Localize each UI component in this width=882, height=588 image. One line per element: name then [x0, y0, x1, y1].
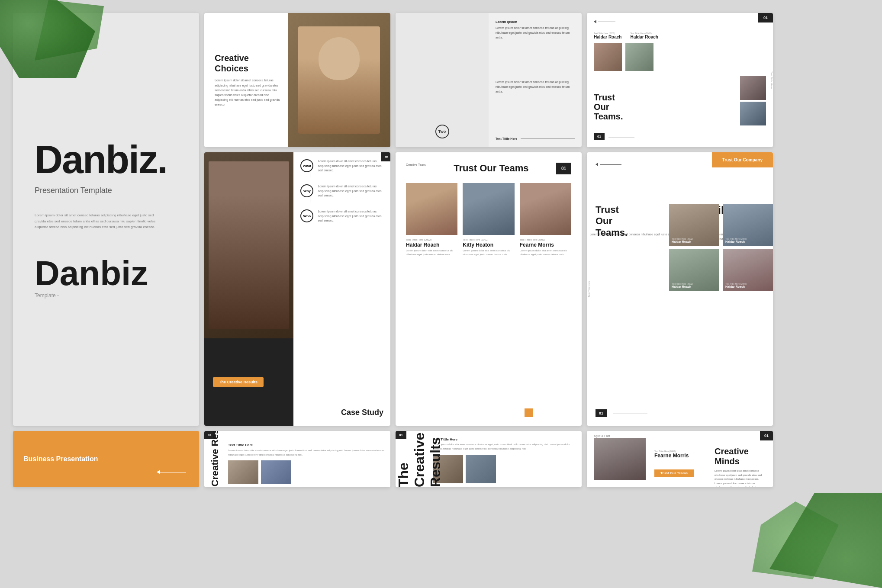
name-item-2: Text Tittle Here (2002) Haldar Roach — [630, 32, 658, 39]
member-desc-2: Lorem ipsum dolor sita amet conseca olo … — [463, 249, 514, 257]
arrow-left-small — [594, 20, 596, 23]
cr-slide-body: Lorem ipsum dolor sita amet conseca nibu… — [433, 443, 575, 451]
creative-choices-content: Creative Choices Lorem ipsum dolor sit a… — [215, 53, 284, 107]
arrow-line-decoration — [160, 472, 186, 472]
oc-h-line — [613, 414, 647, 414]
why-text: Lorem ipsum dolor sit amet conseca tetur… — [318, 184, 383, 198]
cr-photos-row — [228, 460, 385, 484]
trust-our-company-button[interactable]: Trust Our Company — [712, 152, 773, 167]
what-text: Lorem ipsum dolor sit amet conseca tetur… — [318, 159, 383, 173]
cr-photo-1 — [228, 460, 258, 484]
wwq-list: What Lorem ipsum dolor sit amet conseca … — [300, 159, 383, 223]
text-tittle-label: Text Tittle Here — [496, 137, 517, 140]
team-cell-2: Text Tittle Here (2002) Haldar Roach — [723, 204, 773, 246]
member-sub-3: Text Tittle Here (2002) — [520, 238, 571, 241]
two-text-block-1: Lorem ipsum Lorem ipsum dolor sit amet c… — [496, 20, 575, 40]
cm-member-name: Fearne Morris — [654, 453, 689, 459]
trust-teams-title: Trust Our Teams. — [596, 204, 628, 238]
oc-line — [600, 164, 621, 165]
what-why-who-section: What Lorem ipsum dolor sit amet conseca … — [293, 152, 390, 426]
horizontal-line — [537, 413, 571, 413]
col4-badge: 01 — [758, 13, 773, 22]
member-sub-1: Text Tittle Here (2002) — [406, 238, 457, 241]
brand-subtitle: Presentation Template — [35, 186, 112, 195]
cm-badge: 01 — [760, 431, 773, 440]
lorem-label-1: Lorem ipsum — [496, 20, 575, 24]
col4-photos-row — [594, 43, 766, 71]
member-desc-3: Lorem ipsum dolor sita amet conseca olo … — [520, 249, 571, 257]
name-row-1: Text Tittle Here (2002) Haldar Roach Tex… — [594, 32, 766, 39]
our-company-slide: Trust Our Company Agile & Fast Workers L… — [587, 152, 773, 426]
member-name-haldar: Haldar Roach — [406, 242, 457, 248]
cm-title: Creative Minds — [715, 447, 763, 466]
who-circle: Who — [300, 209, 313, 222]
name-value-2: Haldar Roach — [630, 35, 658, 39]
team-cell-name-1: Haldar Roach — [672, 240, 717, 243]
cr-photo-2 — [261, 460, 291, 484]
team-cell-4: Text Tittle Here (2002) Haldar Roach — [723, 249, 773, 291]
cm-right-section: Creative Minds Lorem ipsum dolor sitas a… — [711, 438, 766, 480]
cr-text-tittle: Text Tittle Here — [228, 443, 385, 447]
small-arrow-line — [598, 22, 615, 22]
arrow-left-decoration — [157, 470, 186, 474]
team-cell-name-2: Haldar Roach — [725, 240, 770, 243]
orange-square — [525, 408, 533, 417]
businessman-photo — [209, 161, 289, 329]
oc-arrow-icon — [596, 163, 598, 166]
why-circle: Why — [300, 184, 313, 197]
tittle-line-decoration — [521, 138, 575, 139]
why-item: Why Lorem ipsum dolor sit amet conseca t… — [300, 184, 383, 202]
slide-number-badge: 6 — [381, 152, 390, 161]
connector-1 — [310, 172, 310, 177]
brand-lorem: Lorem ipsum dolor sit amet consec tetura… — [35, 212, 156, 230]
trust-teams-big-text: TrustOurTeams. — [594, 93, 623, 121]
member-name-fearne: Fearne Morris — [520, 242, 571, 248]
two-slide-left: Two — [396, 13, 489, 147]
col4-photo-1 — [594, 43, 622, 71]
trust-badge: 01 — [556, 163, 571, 174]
col4-photo-2 — [625, 43, 653, 71]
col4-photo-4 — [740, 102, 766, 125]
cr-inner-photos — [433, 455, 575, 483]
member-photo-fearne — [520, 183, 571, 235]
arrow-left-icon — [157, 470, 160, 474]
cr-vertical-title: The Creative Results — [396, 431, 448, 487]
cr-slide-inner: Text Tittle Here Lorem ipsum dolor sita … — [426, 431, 582, 487]
two-circle: Two — [435, 125, 449, 138]
team-cell-name-4: Haldar Roach — [725, 285, 770, 288]
brand-title: Danbiz. — [35, 140, 167, 179]
creative-results-button[interactable]: The Creative Results — [213, 377, 264, 387]
team-cell-1: Text Tittle Here (2002) Haldar Roach — [669, 204, 719, 246]
team-grid-4: Text Tittle Here (2002) Haldar Roach Tex… — [669, 204, 773, 291]
brand-danbiz-large: Danbiz Template - — [35, 256, 148, 299]
creative-choices-body: Lorem ipsum dolor sit amet conseca tetur… — [215, 78, 280, 107]
creative-choices-slide: Creative Choices Lorem ipsum dolor sit a… — [204, 13, 390, 147]
trust-header: Creative Team. Trust Our Teams 01 — [406, 163, 571, 174]
trust-bottom-decoration — [525, 408, 571, 417]
creative-results-vertical-slide: 01 The Creative Results Text Tittle Here… — [204, 431, 390, 487]
top-arrow-line — [594, 20, 615, 23]
team-member-2: Text Tittle Here (2002) Kitty Heaton Lor… — [463, 183, 514, 257]
team-members-grid: Text Tittle Here (2002) Haldar Roach Lor… — [406, 183, 571, 257]
cr-inner-content: Text Tittle Here Lorem ipsum dolor sita … — [228, 431, 390, 487]
creative-results-vertical-title: The Creative Results — [209, 431, 221, 487]
trust-teams-slide: Creative Team. Trust Our Teams 01 Text T… — [396, 152, 582, 426]
team-cell-name-3: Haldar Roach — [672, 285, 717, 288]
member-photo-kitty — [463, 183, 514, 235]
creative-results-vert-container: The Creative Results — [204, 431, 226, 487]
what-circle: What — [300, 159, 313, 172]
bottom-badge: 01 — [594, 133, 605, 140]
lorem-body-2: Lorem ipsum dolor sit amet conseca tetur… — [496, 80, 575, 94]
oc-vert-text: Text Title Here — [588, 281, 590, 297]
creative-results-full-slide: 01 The Creative Results Text Tittle Here… — [396, 431, 582, 487]
main-grid: Danbiz. Presentation Template Lorem ipsu… — [0, 0, 882, 588]
cr-office-photo-2 — [466, 455, 496, 483]
cm-content: Text Tittle Here (2002) Fearne Morris Tr… — [651, 438, 706, 480]
creative-choices-title: Creative Choices — [215, 53, 280, 74]
vert-text-right: Text Tittle Here — [770, 71, 773, 89]
cm-trust-button[interactable]: Trust Our Teams — [654, 469, 694, 477]
cm-body: Lorem ipsum dolor sitas amet conseca nib… — [715, 469, 763, 487]
what-item: What Lorem ipsum dolor sit amet conseca … — [300, 159, 383, 177]
member-name-kitty: Kitty Heaton — [463, 242, 514, 248]
team-member-1: Text Tittle Here (2002) Haldar Roach Lor… — [406, 183, 457, 257]
